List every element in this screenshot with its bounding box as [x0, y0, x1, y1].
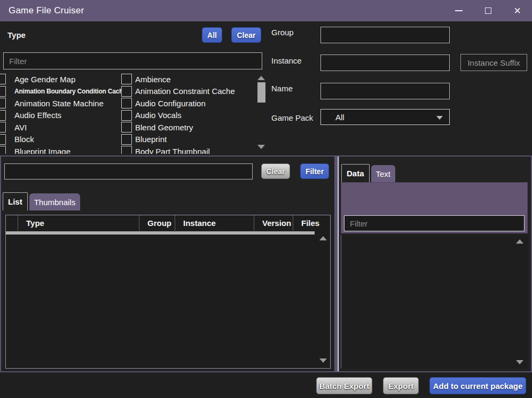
- type-item-label: Animation Constraint Cache: [135, 87, 235, 96]
- chevron-down-icon: [436, 116, 443, 120]
- type-checkbox[interactable]: [0, 122, 6, 132]
- type-item-label: Blueprint: [135, 135, 167, 144]
- results-filter-button[interactable]: Filter: [300, 163, 329, 179]
- type-item-label: Audio Vocals: [135, 111, 182, 120]
- column-header[interactable]: Type: [18, 215, 139, 231]
- table-horizontal-scrollbar[interactable]: [6, 231, 315, 235]
- type-list-item[interactable]: Animation State Machine: [0, 97, 121, 110]
- type-clear-button[interactable]: Clear: [231, 27, 261, 43]
- type-checkbox[interactable]: [121, 110, 132, 121]
- panel-divider[interactable]: [334, 157, 339, 371]
- type-list-item[interactable]: Ambience: [121, 73, 256, 85]
- column-header-empty: [6, 215, 18, 231]
- type-checkbox[interactable]: [121, 134, 132, 145]
- results-table-header: TypeGroupInstanceVersionFiles: [6, 215, 330, 231]
- type-filter-input[interactable]: [3, 52, 262, 69]
- type-all-button[interactable]: All: [202, 27, 222, 43]
- detail-filter-input[interactable]: [344, 215, 525, 231]
- detail-tab[interactable]: Text: [371, 165, 396, 182]
- results-tabs: ListThumbnails: [3, 192, 82, 210]
- window-title: Game File Cruiser: [9, 5, 84, 16]
- results-tab[interactable]: List: [3, 192, 28, 210]
- close-button[interactable]: ✕: [503, 0, 532, 21]
- column-header[interactable]: Files: [293, 215, 330, 231]
- game-pack-label: Game Pack: [271, 113, 313, 122]
- maximize-icon: [485, 7, 491, 14]
- type-checkbox[interactable]: [121, 122, 132, 132]
- table-scroll-down-icon[interactable]: [319, 358, 327, 363]
- instance-field[interactable]: [320, 54, 450, 71]
- results-search-input[interactable]: [4, 163, 253, 180]
- detail-scroll-down-icon[interactable]: [516, 360, 523, 364]
- type-item-label: Block: [14, 135, 34, 144]
- type-checkbox[interactable]: [0, 110, 6, 121]
- type-list-right-column: Ambience Animation Constraint Cache Audi…: [121, 73, 256, 154]
- type-item-label: Audio Configuration: [135, 99, 206, 108]
- detail-content-area: [341, 235, 528, 369]
- type-item-label: Audio Effects: [14, 111, 61, 120]
- results-section: Clear Filter ListThumbnails TypeGroupIns…: [0, 155, 532, 372]
- type-list-item[interactable]: Age Gender Map: [0, 73, 121, 85]
- minimize-icon: [455, 10, 463, 11]
- export-button[interactable]: Export: [383, 377, 419, 394]
- results-tab[interactable]: Thumbnails: [29, 193, 81, 210]
- type-list-item[interactable]: Audio Effects: [0, 110, 121, 122]
- instance-label: Instance: [271, 56, 302, 65]
- type-list-item[interactable]: Animation Boundary Condition Cache: [0, 85, 121, 98]
- type-list-left-column: Age Gender Map Animation Boundary Condit…: [0, 73, 121, 154]
- type-checkbox[interactable]: [0, 146, 6, 154]
- type-checkbox[interactable]: [121, 146, 132, 154]
- footer: Batch Export Export Add to current packa…: [0, 372, 532, 398]
- maximize-button[interactable]: [473, 0, 503, 21]
- detail-filter-panel: [341, 182, 528, 233]
- batch-export-button[interactable]: Batch Export: [316, 377, 372, 394]
- type-item-label: Animation State Machine: [14, 99, 104, 108]
- type-checkbox[interactable]: [121, 74, 132, 84]
- type-checkbox[interactable]: [0, 74, 6, 84]
- column-header[interactable]: Instance: [175, 215, 254, 231]
- type-list-item[interactable]: Blueprint: [121, 134, 256, 146]
- detail-tab[interactable]: Data: [341, 164, 370, 182]
- type-item-label: AVI: [14, 123, 27, 132]
- detail-tabs: DataText: [341, 164, 397, 182]
- type-item-label: Ambience: [135, 75, 171, 84]
- column-header[interactable]: Group: [139, 215, 175, 231]
- group-field[interactable]: [320, 27, 450, 43]
- add-to-current-package-button[interactable]: Add to current package: [429, 377, 526, 394]
- type-checkbox[interactable]: [0, 98, 6, 108]
- type-list-item[interactable]: Block: [0, 134, 121, 146]
- type-item-label: Blend Geometry: [135, 123, 193, 132]
- type-item-label: Age Gender Map: [14, 75, 75, 84]
- type-checkbox[interactable]: [0, 86, 6, 97]
- type-list-scrollbar-thumb[interactable]: [257, 82, 265, 103]
- close-icon: ✕: [513, 6, 521, 15]
- type-label: Type: [7, 30, 26, 40]
- type-list-item[interactable]: AVI: [0, 121, 121, 134]
- results-table: TypeGroupInstanceVersionFiles: [5, 215, 331, 369]
- type-checkbox[interactable]: [121, 86, 132, 97]
- group-label: Group: [271, 28, 294, 37]
- type-list-item[interactable]: Audio Vocals: [121, 110, 256, 122]
- type-list-item[interactable]: Audio Configuration: [121, 97, 256, 110]
- type-list-scroll-up-icon[interactable]: [257, 76, 265, 80]
- name-field[interactable]: [320, 83, 450, 99]
- type-item-label: Body Part Thumbnail: [135, 147, 210, 154]
- type-list-item[interactable]: Blueprint Image: [0, 145, 121, 154]
- type-list-item[interactable]: Body Part Thumbnail: [121, 145, 256, 154]
- type-checkbox[interactable]: [121, 98, 132, 108]
- column-header[interactable]: Version: [254, 215, 293, 231]
- type-item-label: Animation Boundary Condition Cache: [14, 88, 127, 95]
- game-pack-dropdown[interactable]: All: [320, 109, 450, 125]
- minimize-button[interactable]: [444, 0, 473, 21]
- type-list-item[interactable]: Animation Constraint Cache: [121, 85, 256, 98]
- detail-scroll-up-icon[interactable]: [516, 239, 523, 244]
- game-pack-value: All: [335, 113, 345, 122]
- type-checkbox[interactable]: [0, 134, 6, 145]
- type-checkbox-list: Age Gender Map Animation Boundary Condit…: [0, 73, 266, 154]
- name-label: Name: [271, 84, 293, 93]
- type-list-item[interactable]: Blend Geometry: [121, 121, 256, 134]
- type-list-scroll-down-icon[interactable]: [257, 145, 265, 149]
- table-scroll-up-icon[interactable]: [319, 236, 327, 240]
- instance-suffix-button[interactable]: Instance Suffix: [460, 54, 527, 71]
- results-clear-button[interactable]: Clear: [261, 163, 290, 179]
